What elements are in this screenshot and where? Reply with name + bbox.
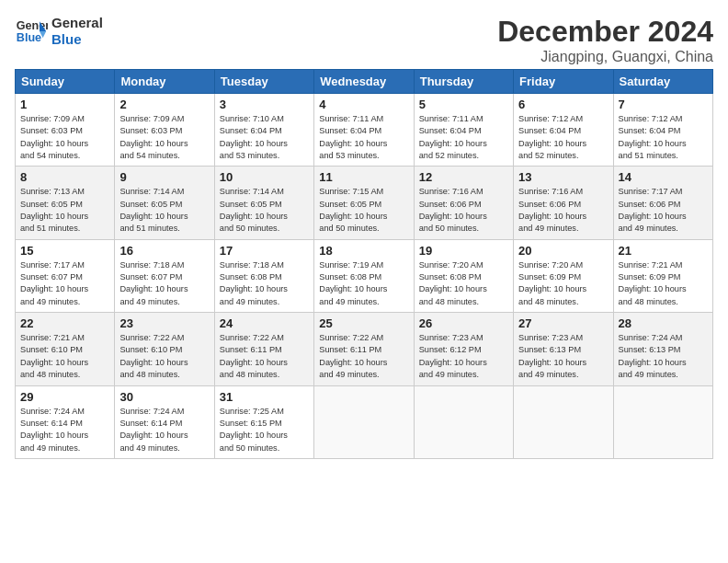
calendar-header-row: SundayMondayTuesdayWednesdayThursdayFrid… — [16, 70, 713, 94]
day-info: Sunrise: 7:21 AM Sunset: 6:09 PM Dayligh… — [619, 259, 708, 308]
day-number: 19 — [419, 244, 508, 258]
day-number: 7 — [619, 98, 708, 111]
day-info: Sunrise: 7:09 AM Sunset: 6:03 PM Dayligh… — [20, 113, 109, 162]
calendar-table: SundayMondayTuesdayWednesdayThursdayFrid… — [15, 69, 713, 459]
day-info: Sunrise: 7:24 AM Sunset: 6:13 PM Dayligh… — [619, 332, 708, 381]
day-number: 8 — [20, 170, 109, 184]
day-number: 18 — [319, 244, 408, 258]
day-info: Sunrise: 7:11 AM Sunset: 6:04 PM Dayligh… — [319, 113, 408, 162]
day-info: Sunrise: 7:24 AM Sunset: 6:14 PM Dayligh… — [20, 406, 109, 454]
calendar-cell: 29Sunrise: 7:24 AM Sunset: 6:14 PM Dayli… — [16, 385, 115, 458]
calendar-cell: 1Sunrise: 7:09 AM Sunset: 6:03 PM Daylig… — [16, 94, 115, 167]
day-number: 17 — [220, 244, 309, 258]
month-title: December 2024 — [497, 15, 713, 49]
day-number: 21 — [619, 244, 708, 258]
weekday-header-saturday: Saturday — [613, 70, 712, 94]
calendar-cell: 5Sunrise: 7:11 AM Sunset: 6:04 PM Daylig… — [414, 94, 513, 167]
svg-text:Blue: Blue — [17, 31, 41, 44]
location: Jiangping, Guangxi, China — [497, 49, 713, 65]
weekday-header-monday: Monday — [115, 70, 214, 94]
calendar-cell: 20Sunrise: 7:20 AM Sunset: 6:09 PM Dayli… — [514, 239, 613, 312]
calendar-cell: 2Sunrise: 7:09 AM Sunset: 6:03 PM Daylig… — [115, 94, 214, 167]
day-number: 10 — [220, 170, 309, 184]
calendar-cell: 27Sunrise: 7:23 AM Sunset: 6:13 PM Dayli… — [514, 313, 613, 385]
day-number: 5 — [419, 98, 508, 111]
page-container: General Blue General Blue December 2024 … — [0, 0, 728, 563]
day-number: 4 — [319, 98, 408, 111]
calendar-cell: 16Sunrise: 7:18 AM Sunset: 6:07 PM Dayli… — [115, 239, 214, 312]
weekday-header-thursday: Thursday — [414, 70, 513, 94]
day-info: Sunrise: 7:20 AM Sunset: 6:08 PM Dayligh… — [419, 259, 508, 308]
day-number: 24 — [220, 316, 309, 330]
day-number: 25 — [319, 316, 408, 330]
calendar-cell: 6Sunrise: 7:12 AM Sunset: 6:04 PM Daylig… — [514, 94, 613, 167]
calendar-cell: 23Sunrise: 7:22 AM Sunset: 6:10 PM Dayli… — [115, 313, 214, 385]
day-info: Sunrise: 7:16 AM Sunset: 6:06 PM Dayligh… — [419, 186, 508, 235]
day-number: 9 — [119, 170, 209, 184]
day-number: 22 — [20, 316, 109, 330]
day-info: Sunrise: 7:14 AM Sunset: 6:05 PM Dayligh… — [119, 186, 209, 235]
day-info: Sunrise: 7:21 AM Sunset: 6:10 PM Dayligh… — [20, 332, 109, 381]
day-info: Sunrise: 7:13 AM Sunset: 6:05 PM Dayligh… — [20, 186, 109, 235]
day-number: 12 — [419, 170, 508, 184]
weekday-header-wednesday: Wednesday — [314, 70, 414, 94]
day-number: 27 — [518, 316, 608, 330]
day-number: 3 — [220, 98, 309, 111]
weekday-header-friday: Friday — [514, 70, 613, 94]
day-number: 20 — [518, 244, 608, 258]
calendar-week-2: 8Sunrise: 7:13 AM Sunset: 6:05 PM Daylig… — [16, 167, 713, 239]
calendar-week-1: 1Sunrise: 7:09 AM Sunset: 6:03 PM Daylig… — [16, 94, 713, 167]
day-info: Sunrise: 7:19 AM Sunset: 6:08 PM Dayligh… — [319, 259, 408, 308]
calendar-cell: 13Sunrise: 7:16 AM Sunset: 6:06 PM Dayli… — [514, 167, 613, 239]
weekday-header-sunday: Sunday — [16, 70, 115, 94]
day-info: Sunrise: 7:18 AM Sunset: 6:08 PM Dayligh… — [220, 259, 309, 308]
day-number: 11 — [319, 170, 408, 184]
day-info: Sunrise: 7:16 AM Sunset: 6:06 PM Dayligh… — [518, 186, 608, 235]
day-info: Sunrise: 7:24 AM Sunset: 6:14 PM Dayligh… — [119, 406, 209, 454]
logo-text-general: General — [51, 15, 103, 31]
calendar-week-3: 15Sunrise: 7:17 AM Sunset: 6:07 PM Dayli… — [16, 239, 713, 312]
calendar-cell: 7Sunrise: 7:12 AM Sunset: 6:04 PM Daylig… — [613, 94, 712, 167]
calendar-cell — [414, 385, 513, 458]
day-info: Sunrise: 7:17 AM Sunset: 6:07 PM Dayligh… — [20, 259, 109, 308]
calendar-cell: 28Sunrise: 7:24 AM Sunset: 6:13 PM Dayli… — [613, 313, 712, 385]
logo-text-blue: Blue — [51, 31, 103, 48]
day-info: Sunrise: 7:11 AM Sunset: 6:04 PM Dayligh… — [419, 113, 508, 162]
day-info: Sunrise: 7:22 AM Sunset: 6:11 PM Dayligh… — [220, 332, 309, 381]
calendar-cell — [314, 385, 414, 458]
logo: General Blue General Blue — [15, 15, 103, 48]
day-info: Sunrise: 7:12 AM Sunset: 6:04 PM Dayligh… — [619, 113, 708, 162]
day-info: Sunrise: 7:25 AM Sunset: 6:15 PM Dayligh… — [220, 406, 309, 454]
day-number: 2 — [119, 98, 209, 111]
title-block: December 2024 Jiangping, Guangxi, China — [497, 15, 713, 65]
calendar-cell: 12Sunrise: 7:16 AM Sunset: 6:06 PM Dayli… — [414, 167, 513, 239]
weekday-header-tuesday: Tuesday — [214, 70, 313, 94]
day-number: 16 — [119, 244, 209, 258]
calendar-cell: 17Sunrise: 7:18 AM Sunset: 6:08 PM Dayli… — [214, 239, 313, 312]
day-number: 28 — [619, 316, 708, 330]
day-number: 6 — [518, 98, 608, 111]
day-info: Sunrise: 7:18 AM Sunset: 6:07 PM Dayligh… — [119, 259, 209, 308]
calendar-week-5: 29Sunrise: 7:24 AM Sunset: 6:14 PM Dayli… — [16, 385, 713, 458]
day-info: Sunrise: 7:12 AM Sunset: 6:04 PM Dayligh… — [518, 113, 608, 162]
day-info: Sunrise: 7:10 AM Sunset: 6:04 PM Dayligh… — [220, 113, 309, 162]
calendar-week-4: 22Sunrise: 7:21 AM Sunset: 6:10 PM Dayli… — [16, 313, 713, 385]
header-row: General Blue General Blue December 2024 … — [15, 15, 713, 65]
day-number: 23 — [119, 316, 209, 330]
day-number: 13 — [518, 170, 608, 184]
calendar-cell: 21Sunrise: 7:21 AM Sunset: 6:09 PM Dayli… — [613, 239, 712, 312]
calendar-cell — [514, 385, 613, 458]
day-info: Sunrise: 7:09 AM Sunset: 6:03 PM Dayligh… — [119, 113, 209, 162]
calendar-cell: 30Sunrise: 7:24 AM Sunset: 6:14 PM Dayli… — [115, 385, 214, 458]
day-info: Sunrise: 7:15 AM Sunset: 6:05 PM Dayligh… — [319, 186, 408, 235]
calendar-cell: 25Sunrise: 7:22 AM Sunset: 6:11 PM Dayli… — [314, 313, 414, 385]
day-info: Sunrise: 7:14 AM Sunset: 6:05 PM Dayligh… — [220, 186, 309, 235]
day-info: Sunrise: 7:23 AM Sunset: 6:13 PM Dayligh… — [518, 332, 608, 381]
calendar-cell: 24Sunrise: 7:22 AM Sunset: 6:11 PM Dayli… — [214, 313, 313, 385]
calendar-cell: 18Sunrise: 7:19 AM Sunset: 6:08 PM Dayli… — [314, 239, 414, 312]
day-info: Sunrise: 7:22 AM Sunset: 6:11 PM Dayligh… — [319, 332, 408, 381]
day-number: 31 — [220, 390, 309, 404]
day-info: Sunrise: 7:23 AM Sunset: 6:12 PM Dayligh… — [419, 332, 508, 381]
calendar-cell: 19Sunrise: 7:20 AM Sunset: 6:08 PM Dayli… — [414, 239, 513, 312]
calendar-cell: 26Sunrise: 7:23 AM Sunset: 6:12 PM Dayli… — [414, 313, 513, 385]
